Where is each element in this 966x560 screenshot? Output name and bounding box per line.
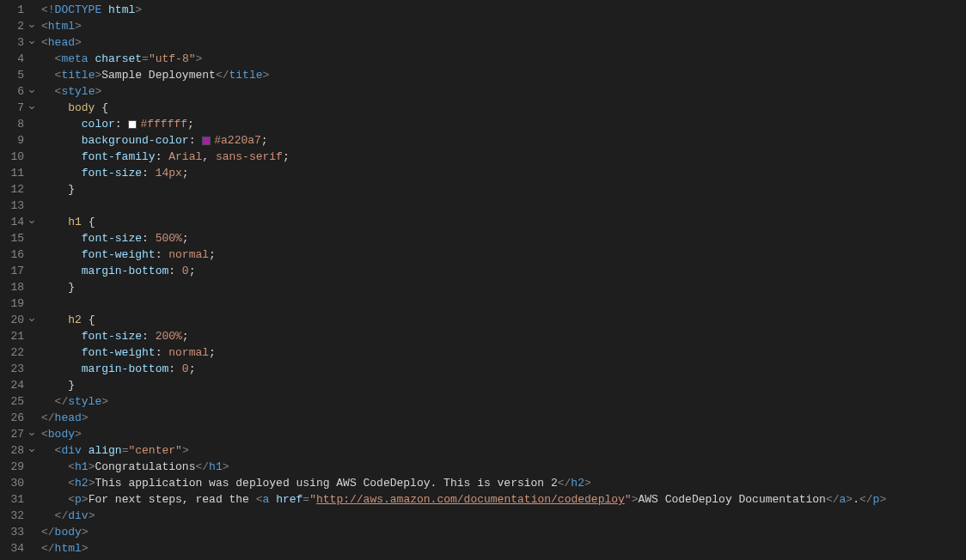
color-swatch-icon[interactable] — [128, 120, 137, 129]
token-punc: </ — [41, 524, 55, 540]
token-val: 0 — [182, 361, 189, 377]
fold-chevron-icon[interactable] — [26, 88, 38, 96]
code-line[interactable]: </body> — [41, 524, 966, 540]
token-punc: > — [82, 491, 89, 508]
token-punc: > — [89, 459, 95, 475]
token-text — [41, 312, 68, 328]
gutter-row: 16 — [0, 247, 38, 263]
code-line[interactable]: <body> — [41, 426, 966, 442]
token-attr: html — [108, 2, 135, 18]
token-text: ; — [283, 149, 290, 165]
code-line[interactable]: </html> — [41, 540, 966, 557]
token-tag: body — [48, 426, 75, 442]
token-text: ; — [189, 361, 196, 377]
gutter-row: 29 — [0, 459, 38, 475]
code-line[interactable]: <html> — [41, 18, 966, 34]
line-number: 19 — [3, 295, 26, 312]
token-text — [269, 491, 276, 508]
line-number: 24 — [3, 377, 26, 393]
color-swatch-icon[interactable] — [202, 137, 211, 145]
gutter-row: 17 — [0, 263, 38, 279]
token-tag: div — [61, 442, 81, 459]
token-punc: </ — [195, 459, 209, 475]
token-punc: </ — [55, 508, 69, 524]
token-punc: > — [135, 2, 142, 18]
line-number: 23 — [3, 361, 26, 377]
code-line[interactable] — [41, 198, 966, 214]
code-line[interactable]: </div> — [41, 508, 966, 524]
token-text: { — [82, 214, 95, 230]
code-line[interactable]: </head> — [41, 410, 966, 426]
code-line[interactable]: background-color: #a220a7; — [41, 132, 966, 149]
code-line[interactable]: font-weight: normal; — [41, 247, 966, 263]
token-punc: > — [182, 442, 189, 459]
token-punc: > — [632, 491, 639, 508]
code-line[interactable]: <!DOCTYPE html> — [41, 2, 966, 18]
token-text: , — [202, 149, 216, 165]
token-prop: margin-bottom — [82, 361, 168, 377]
code-line[interactable]: font-size: 14px; — [41, 165, 966, 181]
token-punc: > — [82, 524, 89, 540]
token-text: : — [142, 328, 156, 344]
line-number: 20 — [3, 312, 26, 328]
code-line[interactable]: <style> — [41, 83, 966, 100]
fold-chevron-icon[interactable] — [26, 104, 38, 113]
fold-chevron-icon[interactable] — [26, 218, 38, 227]
code-line[interactable]: margin-bottom: 0; — [41, 263, 966, 279]
code-line[interactable]: font-family: Arial, sans-serif; — [41, 149, 966, 165]
token-tag: div — [68, 508, 88, 524]
fold-chevron-icon[interactable] — [26, 430, 38, 439]
code-line[interactable]: <h2>This application was deployed using … — [41, 475, 966, 491]
token-str: " — [625, 491, 632, 508]
code-line[interactable]: <meta charset="utf-8"> — [41, 51, 966, 67]
fold-chevron-icon[interactable] — [26, 316, 38, 325]
code-line[interactable]: font-size: 500%; — [41, 230, 966, 247]
code-line[interactable]: color: #ffffff; — [41, 116, 966, 132]
token-tag: title — [61, 67, 95, 83]
code-line[interactable]: <div align="center"> — [41, 442, 966, 459]
line-number: 1 — [3, 2, 26, 18]
code-line[interactable] — [41, 295, 966, 312]
token-text — [101, 2, 108, 18]
line-number: 22 — [3, 344, 26, 361]
line-number: 12 — [3, 181, 26, 198]
token-text: : — [189, 132, 203, 149]
gutter-row: 15 — [0, 230, 38, 247]
token-punc: = — [303, 491, 309, 508]
code-line[interactable]: } — [41, 279, 966, 295]
token-val: 14px — [156, 165, 182, 181]
gutter-row: 1 — [0, 2, 38, 18]
code-line[interactable]: margin-bottom: 0; — [41, 361, 966, 377]
token-tag: h1 — [209, 459, 223, 475]
fold-chevron-icon[interactable] — [26, 22, 38, 31]
line-number: 25 — [3, 393, 26, 410]
code-line[interactable]: body { — [41, 100, 966, 116]
token-attr: href — [276, 491, 303, 508]
line-number: 31 — [3, 491, 26, 508]
fold-chevron-icon[interactable] — [26, 39, 38, 47]
code-editor[interactable]: <!DOCTYPE html><html><head> <meta charse… — [38, 0, 966, 560]
token-text: : — [156, 247, 169, 263]
code-line[interactable]: } — [41, 181, 966, 198]
code-line[interactable]: </style> — [41, 393, 966, 410]
token-tag: head — [48, 34, 75, 51]
token-tag: h1 — [75, 459, 89, 475]
line-number: 17 — [3, 263, 26, 279]
fold-chevron-icon[interactable] — [26, 447, 38, 455]
code-line[interactable]: } — [41, 377, 966, 393]
code-line[interactable]: h1 { — [41, 214, 966, 230]
code-line[interactable]: <h1>Congratulations</h1> — [41, 459, 966, 475]
line-number: 13 — [3, 198, 26, 214]
token-text — [41, 100, 68, 116]
code-line[interactable]: <p>For next steps, read the <a href="htt… — [41, 491, 966, 508]
token-prop: font-family — [82, 149, 156, 165]
code-line[interactable]: font-size: 200%; — [41, 328, 966, 344]
code-line[interactable]: font-weight: normal; — [41, 344, 966, 361]
code-line[interactable]: h2 { — [41, 312, 966, 328]
gutter-row: 18 — [0, 279, 38, 295]
token-text: : — [156, 149, 169, 165]
line-number: 8 — [3, 116, 26, 132]
code-line[interactable]: <title>Sample Deployment</title> — [41, 67, 966, 83]
token-punc: </ — [558, 475, 572, 491]
code-line[interactable]: <head> — [41, 34, 966, 51]
